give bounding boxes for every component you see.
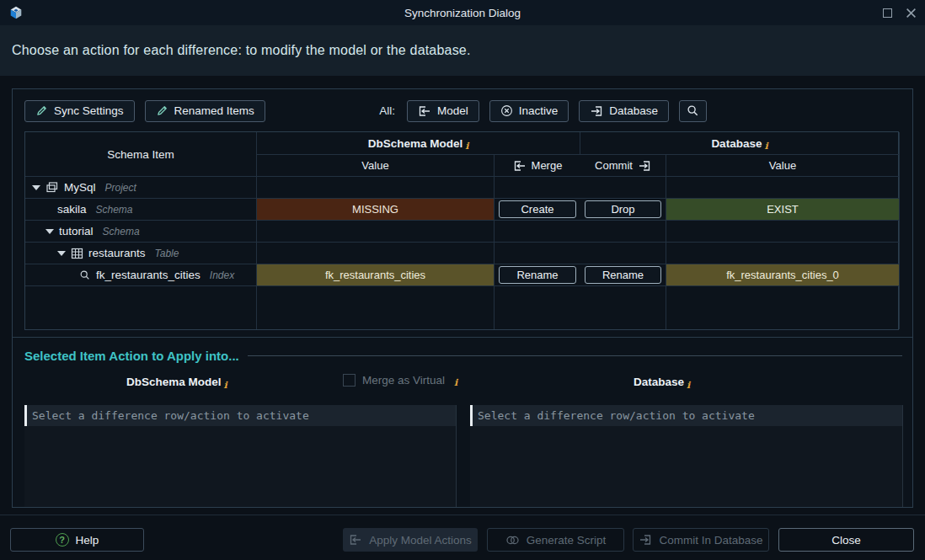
rename-model-button[interactable]: Rename [499,266,576,284]
db-value-cell[interactable] [666,243,900,264]
merge-cell[interactable] [495,177,580,199]
db-value-cell[interactable]: EXIST [666,199,900,221]
model-action-editor[interactable]: Select a difference row/action to activa… [24,405,457,507]
search-button[interactable] [679,100,707,122]
editor-current-line: Select a difference row/action to activa… [24,405,456,426]
rename-db-button[interactable]: Rename [585,266,661,284]
help-icon: ? [56,533,69,547]
column-header-merge[interactable]: Merge [495,155,580,177]
info-icon: i [454,377,457,388]
all-database-button[interactable]: Database [579,100,669,122]
sync-settings-label: Sync Settings [54,104,124,117]
item-name: tutorial [59,225,94,237]
footer-divider [0,515,925,515]
commit-to-database-icon [639,534,652,546]
info-icon: i [687,380,690,391]
database-action-editor[interactable]: Select a difference row/action to activa… [470,405,903,507]
generate-script-button[interactable]: Generate Script [487,528,624,552]
item-type: Schema [96,204,133,216]
selected-action-title: Selected Item Action to Apply into... [24,349,239,363]
merge-as-virtual-checkbox[interactable] [343,374,356,387]
commit-in-database-label: Commit In Database [659,534,762,547]
database-editor-placeholder: Select a difference row/action to activa… [478,409,755,422]
column-header-db-value[interactable]: Value [666,155,900,177]
all-model-button[interactable]: Model [407,100,479,122]
help-button[interactable]: ? Help [10,528,144,552]
collapse-arrow-icon[interactable] [57,251,66,256]
db-value-cell[interactable] [666,221,900,243]
sync-panel: Sync Settings Renamed Items All: Model [12,88,913,508]
column-header-schema-item[interactable]: Schema Item [25,132,257,177]
column-header-model-value[interactable]: Value [257,155,495,177]
tree-row-mysql[interactable]: MySql Project [25,177,257,199]
all-inactive-label: Inactive [519,104,559,117]
merge-as-virtual-label: Merge as Virtual [362,374,445,387]
commit-to-database-icon [638,160,651,172]
column-group-dbschema-model[interactable]: DbSchema Modeli [257,132,580,155]
tree-row-restaurants[interactable]: restaurants Table [25,243,257,264]
commit-cell: Rename [580,264,666,286]
empty-row [25,286,257,329]
column-header-commit[interactable]: Commit [580,155,666,177]
item-name: restaurants [88,247,146,259]
renamed-items-label: Renamed Items [174,104,254,117]
model-editor-placeholder: Select a difference row/action to activa… [32,409,309,422]
db-value-cell[interactable] [666,177,900,199]
collapse-arrow-icon[interactable] [45,229,54,234]
commit-cell: Drop [580,199,666,221]
index-icon [79,269,91,281]
renamed-items-button[interactable]: Renamed Items [145,100,265,122]
db-value-cell[interactable]: fk_restaurants_cities_0 [666,264,900,286]
apply-model-actions-button[interactable]: Apply Model Actions [343,528,478,552]
model-value-cell[interactable] [257,243,495,264]
maximize-icon [883,8,892,18]
tree-row-sakila[interactable]: sakila Schema [25,199,257,221]
close-label: Close [831,534,861,547]
tree-row-tutorial[interactable]: tutorial Schema [25,221,257,243]
info-icon: i [465,141,468,152]
item-name: MySql [64,181,96,194]
instruction-banner: Choose an action for each difference: to… [0,25,925,76]
collapse-arrow-icon[interactable] [32,185,40,190]
tree-row-fk-restaurants-cities[interactable]: fk_restaurants_cities Index [25,264,257,286]
table-icon [71,248,83,259]
model-editor-label: DbSchema Modeli [126,374,227,389]
model-value-cell[interactable]: MISSING [257,199,495,221]
model-value-cell[interactable] [257,177,495,199]
merge-cell[interactable] [495,221,580,243]
inactive-icon [500,104,513,117]
empty-row [495,286,580,329]
search-icon [687,104,699,117]
instruction-text: Choose an action for each difference: to… [12,43,471,58]
sync-settings-button[interactable]: Sync Settings [24,100,135,122]
close-dialog-button[interactable]: Close [778,528,914,552]
merge-cell[interactable] [495,243,580,264]
item-type: Schema [103,226,140,237]
apply-model-actions-label: Apply Model Actions [369,534,472,547]
close-button[interactable] [905,7,917,19]
merge-cell: Rename [495,264,580,286]
sync-toolbar: Sync Settings Renamed Items All: Model [13,89,912,123]
item-type: Index [210,269,234,281]
commit-cell[interactable] [580,177,666,199]
editor-current-line: Select a difference row/action to activa… [470,405,902,426]
column-group-database[interactable]: Databasei [580,132,900,155]
script-icon [505,535,520,546]
maximize-button[interactable] [881,7,893,19]
create-button[interactable]: Create [499,200,576,218]
database-group-label: Database [711,137,762,150]
window-title: Synchronization Dialog [0,7,925,19]
commit-cell[interactable] [580,243,666,264]
info-icon: i [764,141,767,152]
model-value-cell[interactable] [257,221,495,243]
all-inactive-button[interactable]: Inactive [489,100,569,122]
title-rule [248,355,902,356]
all-database-label: Database [609,104,658,117]
drop-button[interactable]: Drop [585,200,661,218]
item-type: Table [155,248,179,259]
model-value-cell[interactable]: fk_restaurants_cities [257,264,495,286]
merge-to-model-icon [349,534,362,546]
commit-in-database-button[interactable]: Commit In Database [633,528,769,552]
info-icon: i [224,380,227,391]
commit-cell[interactable] [580,221,666,243]
